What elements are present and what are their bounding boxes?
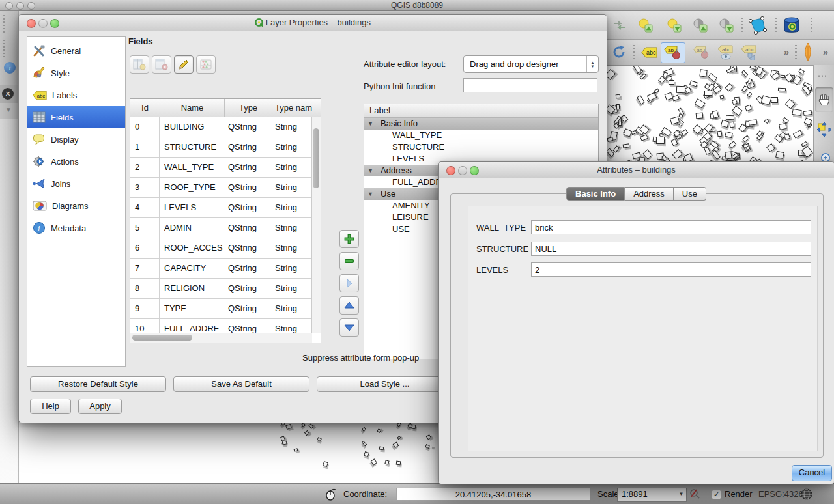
python-init-input[interactable] [463,78,597,92]
minimize-dialog-icon[interactable] [458,166,467,175]
table-row[interactable]: 8RELIGIONQStringString [130,279,321,299]
show-hidden-labels-icon[interactable]: abc [714,43,736,61]
table-row[interactable]: 0BUILDINGQStringString [130,117,321,137]
table-row[interactable]: 5ADMINQStringString [130,218,321,238]
ring-add-icon[interactable] [688,14,712,36]
dialog-titlebar[interactable]: Layer Properties – buildings [19,15,607,31]
fields-table[interactable]: Id Name Type Type nam 0BUILDINGQStringSt… [130,98,321,343]
tab-address[interactable]: Address [625,187,674,201]
scale-combo[interactable]: 1:8891 ▼ [617,488,687,502]
info-icon[interactable]: i [4,62,16,74]
column-header[interactable]: Name [160,99,225,117]
close-window-icon[interactable] [5,2,13,10]
minimize-dialog-icon[interactable] [38,19,48,28]
table-row[interactable]: 3ROOF_TYPEQStringString [130,178,321,198]
zoom-dialog-icon[interactable] [50,19,59,28]
table-cell: String [270,158,313,177]
node-tool-icon[interactable] [745,13,770,38]
feather-plugin-icon[interactable] [799,41,817,63]
cancel-button[interactable]: Cancel [792,465,832,481]
delete-column-button[interactable] [152,55,171,74]
simplify-feature-up-icon[interactable] [633,14,657,36]
sidebar-item-labels[interactable]: abc Labels [27,84,125,106]
table-cell: 1 [130,137,160,157]
load-style-button[interactable]: Load Style ... [317,376,453,392]
sidebar-item-display[interactable]: Display [27,128,125,150]
toolbar-overflow-icon[interactable]: » [818,44,833,59]
disclosure-triangle-icon[interactable]: ▼ [364,165,381,176]
move-item-button[interactable] [339,274,359,292]
ring-delete-icon[interactable] [714,14,738,36]
close-dialog-icon[interactable] [27,19,36,28]
toolbar-overflow-icon[interactable]: » [779,44,794,59]
sidebar-item-joins[interactable]: Joins [27,173,125,195]
coordinate-input[interactable] [396,488,590,501]
collapse-triangle-icon[interactable]: ▼ [5,106,12,113]
table-row[interactable]: 1STRUCTUREQStringString [130,137,321,158]
database-icon[interactable] [779,14,804,37]
crs-projection-icon[interactable] [800,488,813,501]
disclosure-triangle-icon[interactable]: ▼ [364,188,381,200]
sidebar-item-metadata[interactable]: i Metadata [27,217,125,239]
move-feature-icon[interactable] [609,15,631,36]
sidebar-item-fields[interactable]: Fields [27,106,125,128]
table-row[interactable]: 9TYPEQStringString [130,299,321,319]
table-row[interactable]: 4LEVELSQStringString [130,198,321,218]
coordinate-capture-icon[interactable] [324,488,338,501]
vertical-scrollbar[interactable] [311,117,321,333]
redo-icon[interactable] [609,42,629,63]
tree-node-item[interactable]: WALL_TYPE [364,130,598,141]
table-cell: String [270,218,313,238]
column-header[interactable]: Type nam [272,99,315,117]
close-dialog-icon[interactable] [446,166,455,175]
new-column-button[interactable] [130,55,149,74]
help-button[interactable]: Help [30,399,71,414]
restore-default-style-button[interactable]: Restore Default Style [30,376,166,392]
table-row[interactable]: 6ROOF_ACCESQStringString [130,238,321,259]
zoom-window-icon[interactable] [27,2,35,10]
sidebar-item-diagrams[interactable]: Diagrams [27,195,125,217]
apply-button[interactable]: Apply [78,399,122,414]
column-header[interactable]: Id [130,99,160,117]
labeling-icon[interactable]: abc [640,44,659,60]
zoom-dialog-icon[interactable] [470,166,479,175]
sidebar-item-actions[interactable]: Actions [27,150,125,173]
close-panel-icon[interactable]: ✕ [2,88,14,100]
tree-node-item[interactable]: STRUCTURE [364,141,598,153]
label-pin-icon[interactable]: ab [661,42,685,63]
horizontal-scrollbar[interactable] [130,333,312,343]
pan-map-tool[interactable] [815,87,833,112]
tab-basic-info[interactable]: Basic Info [566,187,625,201]
table-row[interactable]: 7CAPACITYQStringString [130,259,321,279]
move-label-icon[interactable]: abc [738,43,760,61]
sidebar-item-general[interactable]: General [27,40,125,62]
render-checkbox[interactable]: ✓ [712,490,721,499]
pan-to-selection-tool[interactable] [815,117,833,142]
remove-item-button[interactable] [339,252,359,270]
scrollbar-thumb[interactable] [313,128,319,188]
add-container-button[interactable] [339,230,359,248]
wall-type-input[interactable] [531,220,811,234]
column-header[interactable]: Type [225,99,272,117]
tree-node-group[interactable]: ▼Basic Info [364,118,598,130]
scrollbar-thumb[interactable] [132,335,192,341]
move-down-button[interactable] [339,318,359,337]
table-row[interactable]: 2WALL_TYPEQStringString [130,158,321,178]
move-up-button[interactable] [339,296,359,315]
toggle-editing-button[interactable] [174,55,194,74]
editor-layout-combo[interactable]: Drag and drop designer ▲▼ [463,55,599,73]
table-cell: ADMIN [160,218,223,238]
scale-lock-icon[interactable] [689,488,700,500]
sidebar-item-style[interactable]: Style [27,62,125,84]
save-as-default-button[interactable]: Save As Default [173,376,309,392]
tab-use[interactable]: Use [674,187,706,201]
simplify-feature-down-icon[interactable] [662,14,685,36]
minimize-window-icon[interactable] [16,2,24,10]
disclosure-triangle-icon[interactable]: ▼ [364,118,381,130]
field-calculator-button[interactable] [196,55,216,74]
structure-input[interactable] [531,242,811,256]
levels-input[interactable] [531,262,811,277]
dialog-titlebar[interactable]: Attributes – buildings [439,162,834,178]
label-unpin-icon[interactable]: ab [691,43,713,61]
toolbar-handle [741,18,743,33]
